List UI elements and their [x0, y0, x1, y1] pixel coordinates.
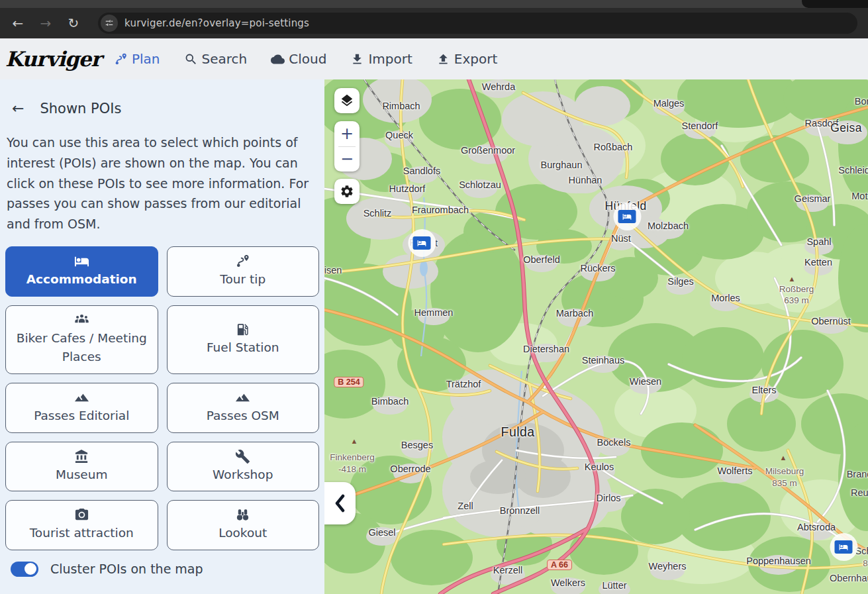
nav-import-label: Import	[368, 51, 412, 67]
map-place-label: Hünhan	[569, 175, 603, 185]
main-nav: Plan Search Cloud Import Export	[114, 51, 497, 67]
map-place-label: Steinhaus	[582, 355, 625, 366]
map-place-label: Molzbach	[648, 221, 689, 231]
nav-cloud[interactable]: Cloud	[271, 51, 326, 67]
map-place-label: Sandlofs	[403, 166, 440, 176]
map-place-label: Böckels	[597, 437, 631, 448]
poi-button-label: Biker Cafes / Meeting Places	[13, 329, 151, 367]
map-place-label: Besges	[401, 440, 433, 450]
site-settings-icon[interactable]	[101, 15, 118, 32]
map-place-label: Hutzdorf	[389, 183, 426, 194]
map-place-label: Rückers	[580, 263, 615, 273]
poi-button-label: Passes Editorial	[34, 407, 129, 426]
nav-import[interactable]: Import	[350, 51, 412, 67]
poi-button-biker-cafes[interactable]: Biker Cafes / Meeting Places	[5, 305, 158, 374]
map-place-label: Roßbach	[594, 142, 633, 152]
poi-button-passes-editorial[interactable]: Passes Editorial	[5, 383, 158, 433]
map-place-label: Wiesen	[630, 376, 661, 387]
map-canvas[interactable]: Wehrda Rimbach Queck Malges Stendorf Ras…	[324, 79, 868, 594]
browser-back-button[interactable]: ←	[7, 12, 29, 34]
map-zoom-control: + −	[334, 121, 360, 172]
poi-button-museum[interactable]: Museum	[5, 442, 158, 492]
map-place-label: Giesel	[368, 527, 395, 538]
map-layers-button[interactable]	[334, 88, 360, 113]
address-bar[interactable]: kurviger.de/en?overlay=poi-settings	[98, 13, 857, 34]
poi-button-label: Passes OSM	[207, 407, 279, 426]
poi-button-fuel-station[interactable]: Fuel Station	[167, 305, 320, 374]
browser-reload-button[interactable]: ↻	[62, 12, 85, 34]
zoom-out-button[interactable]: −	[334, 146, 360, 172]
poi-button-tour-tip[interactable]: Tour tip	[167, 246, 320, 297]
poi-button-label: Workshop	[213, 466, 273, 485]
poi-button-label: Accommodation	[26, 270, 137, 289]
map-place-label: A 66	[547, 560, 572, 570]
poi-button-accommodation[interactable]: Accommodation	[5, 246, 158, 297]
map-place-label: Geisa	[830, 121, 862, 135]
map-place-label: Weyhers	[649, 561, 687, 571]
toggle-knob	[24, 563, 36, 575]
binoculars-icon	[235, 507, 250, 522]
nav-search[interactable]: Search	[184, 51, 248, 67]
nav-plan[interactable]: Plan	[114, 51, 160, 67]
panel-back-button[interactable]: ←	[12, 101, 24, 116]
map-place-label: Fulda	[501, 424, 535, 440]
map-settings-button[interactable]	[334, 179, 360, 204]
map-place-label: Bimbach	[371, 396, 409, 407]
poi-button-tourist-attraction[interactable]: Tourist attraction	[5, 500, 158, 550]
map-place-label: Brand	[847, 469, 868, 479]
map-place-label: 835 m	[772, 478, 797, 488]
tabstrip-corner	[802, 0, 868, 8]
accommodation-poi-marker[interactable]	[618, 210, 636, 223]
kurviger-logo[interactable]: Kurviger	[5, 47, 105, 71]
nav-export-label: Export	[454, 51, 497, 67]
cloud-icon	[271, 52, 285, 66]
poi-button-label: Tourist attraction	[30, 524, 134, 543]
map-place-label: isen	[324, 265, 342, 275]
route-icon	[235, 254, 250, 269]
search-icon	[184, 52, 198, 66]
poi-button-workshop[interactable]: Workshop	[167, 442, 320, 492]
map-place-label: Ketten	[804, 257, 832, 268]
bed-icon	[618, 210, 636, 223]
accommodation-poi-marker[interactable]	[835, 540, 853, 554]
map-place-label: Fraurombach	[412, 205, 469, 215]
map-place-label: Roßberg	[779, 284, 814, 294]
bed-icon	[835, 540, 853, 554]
map-place-label: Reul	[851, 487, 868, 498]
map-place-label: Trätzhof	[446, 379, 481, 389]
map-place-label: ▲	[780, 454, 787, 462]
camera-icon	[74, 507, 89, 522]
map-place-label: Poppenhausen	[746, 556, 811, 566]
browser-forward-button[interactable]: →	[34, 12, 57, 34]
panel-collapse-button[interactable]	[324, 482, 356, 524]
map-place-label: 8	[863, 558, 868, 568]
poi-button-label: Lookout	[218, 524, 267, 543]
accommodation-poi-marker[interactable]	[413, 236, 431, 250]
url-text: kurviger.de/en?overlay=poi-settings	[124, 17, 309, 29]
app-header: Kurviger Plan Search Cloud Import Export	[0, 38, 868, 79]
map-tiles	[324, 79, 868, 594]
poi-button-passes-osm[interactable]: Passes OSM	[167, 383, 320, 433]
zoom-in-button[interactable]: +	[334, 121, 360, 146]
nav-plan-label: Plan	[132, 51, 160, 67]
map-place-label: Lütter	[602, 580, 626, 591]
import-icon	[350, 52, 364, 66]
bed-icon	[74, 254, 89, 269]
map-place-label: Malges	[653, 98, 685, 109]
map-place-label: Finkenberg	[330, 452, 375, 462]
map-place-label: Welkers	[551, 577, 585, 588]
map-place-label: Großenmoor	[461, 145, 515, 156]
cluster-toggle[interactable]	[11, 562, 38, 577]
map-place-label: Schlitz	[363, 208, 392, 219]
map-place-label: Motz	[851, 191, 868, 201]
panel-title: Shown POIs	[40, 101, 121, 117]
cluster-toggle-label: Cluster POIs on the map	[50, 562, 203, 576]
map-place-label: -418 m	[338, 464, 366, 474]
map-place-label: Wehrda	[482, 81, 516, 92]
nav-export[interactable]: Export	[436, 51, 497, 67]
poi-button-label: Fuel Station	[207, 338, 279, 358]
map-place-label: Keulos	[585, 462, 614, 472]
poi-button-lookout[interactable]: Lookout	[167, 500, 320, 550]
map-place-label: Dirlos	[596, 493, 620, 503]
map-place-label: Morles	[711, 293, 740, 303]
